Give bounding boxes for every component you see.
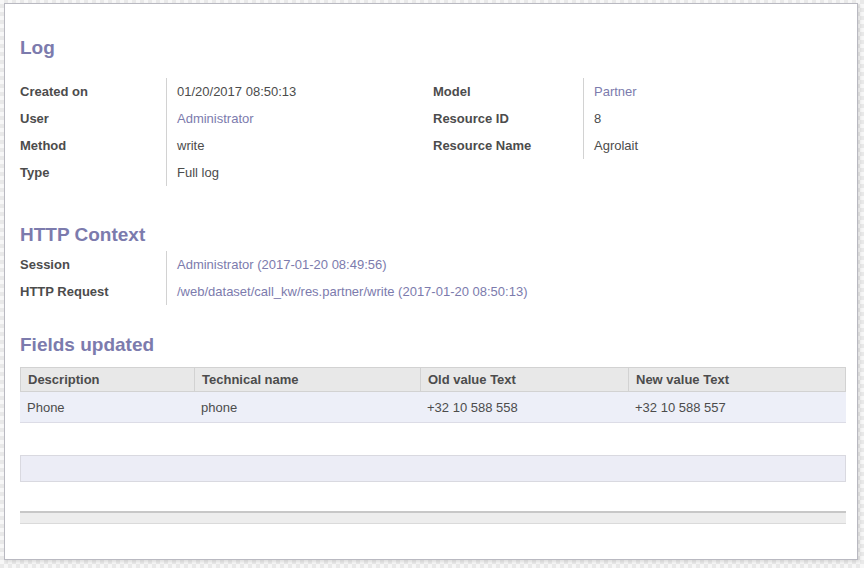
field-label-resource-name: Resource Name — [433, 138, 583, 153]
table-header-row: Description Technical name Old value Tex… — [20, 367, 846, 392]
table-row[interactable]: Phone phone +32 10 588 558 +32 10 588 55… — [20, 392, 846, 423]
column-header-old-value[interactable]: Old value Text — [421, 368, 629, 391]
page-background: { "colors": { "accent_purple": "#7c7bad"… — [0, 0, 864, 568]
fields-updated-table: Description Technical name Old value Tex… — [20, 367, 846, 423]
field-row-model: Model Partner — [433, 78, 847, 105]
log-form-card: Log Created on 01/20/2017 08:50:13 User … — [4, 3, 858, 560]
field-value-created-on: 01/20/2017 08:50:13 — [166, 78, 425, 105]
column-header-technical-name[interactable]: Technical name — [195, 368, 421, 391]
field-label-created-on: Created on — [20, 84, 166, 99]
field-label-model: Model — [433, 84, 583, 99]
field-row-resource-id: Resource ID 8 — [433, 105, 847, 132]
field-label-method: Method — [20, 138, 166, 153]
field-row-user: User Administrator — [20, 105, 425, 132]
field-row-http-request: HTTP Request /web/dataset/call_kw/res.pa… — [20, 278, 640, 305]
field-value-resource-id: 8 — [583, 105, 847, 132]
http-context-fields: Session Administrator (2017-01-20 08:49:… — [20, 251, 640, 305]
http-request-link[interactable]: /web/dataset/call_kw/res.partner/write (… — [166, 278, 640, 305]
field-value-method: write — [166, 132, 425, 159]
horizontal-scrollbar[interactable] — [20, 511, 846, 524]
field-value-type: Full log — [166, 159, 425, 186]
log-fields-right-column: Model Partner Resource ID 8 Resource Nam… — [433, 78, 847, 159]
session-link[interactable]: Administrator (2017-01-20 08:49:56) — [166, 251, 640, 278]
cell-old-value: +32 10 588 558 — [420, 392, 628, 422]
column-header-description[interactable]: Description — [21, 368, 195, 391]
field-row-session: Session Administrator (2017-01-20 08:49:… — [20, 251, 640, 278]
model-link[interactable]: Partner — [583, 78, 847, 105]
field-row-resource-name: Resource Name Agrolait — [433, 132, 847, 159]
field-label-type: Type — [20, 165, 166, 180]
cell-technical-name: phone — [194, 392, 420, 422]
section-title-fields-updated: Fields updated — [20, 334, 154, 355]
empty-row-filler — [20, 455, 846, 482]
field-row-type: Type Full log — [20, 159, 425, 186]
field-label-http-request: HTTP Request — [20, 284, 166, 299]
field-row-method: Method write — [20, 132, 425, 159]
user-link[interactable]: Administrator — [166, 105, 425, 132]
field-label-resource-id: Resource ID — [433, 111, 583, 126]
column-header-new-value[interactable]: New value Text — [629, 368, 847, 391]
field-row-created-on: Created on 01/20/2017 08:50:13 — [20, 78, 425, 105]
section-title-http-context: HTTP Context — [20, 224, 145, 245]
section-title-log: Log — [20, 37, 55, 58]
cell-description: Phone — [20, 392, 194, 422]
log-fields-left-column: Created on 01/20/2017 08:50:13 User Admi… — [20, 78, 425, 186]
field-label-session: Session — [20, 257, 166, 272]
field-label-user: User — [20, 111, 166, 126]
field-value-resource-name: Agrolait — [583, 132, 847, 159]
cell-new-value: +32 10 588 557 — [628, 392, 846, 422]
